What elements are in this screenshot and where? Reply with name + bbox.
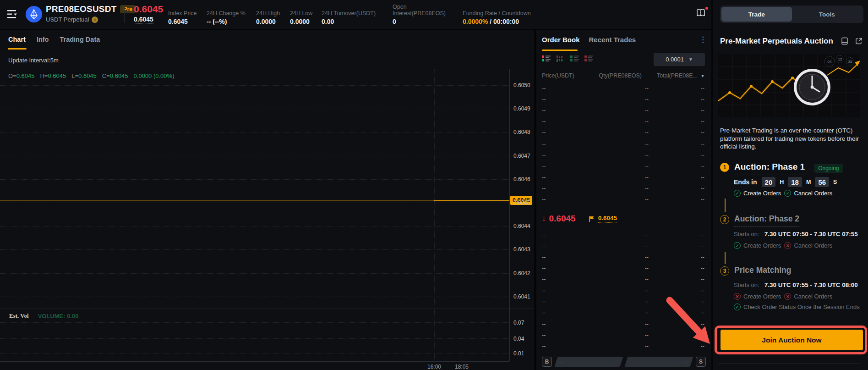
view-bars-icon[interactable] — [556, 55, 565, 62]
bid-row[interactable]: ------ — [536, 318, 711, 329]
info-icon[interactable]: i — [92, 17, 98, 23]
phase-2-title[interactable]: Auction: Phase 2 — [734, 214, 799, 227]
gridline — [0, 273, 509, 274]
header-stat: 24H Low0.0000 — [290, 4, 312, 25]
ask-row[interactable]: ------ — [536, 183, 711, 194]
phase-3-title[interactable]: Price Matching — [734, 265, 791, 278]
bid-row[interactable]: ------ — [536, 341, 711, 352]
join-auction-button[interactable]: Join Auction Now — [721, 330, 863, 350]
more-options-icon[interactable]: ⋮ — [699, 35, 707, 44]
phase-2-permissions: Create Orders Cancel Orders — [734, 242, 832, 249]
phase-1-countdown: Ends in 20 H 18 M 56 S — [734, 177, 838, 187]
price-line-current — [434, 200, 509, 201]
phase-2-number: 2 — [720, 215, 729, 224]
chevron-down-icon[interactable]: ▼ — [698, 73, 705, 78]
price-chart[interactable]: 0.6045 Est. Vol VOLUME: 0.00 0.60500.604… — [0, 30, 534, 370]
ask-row[interactable]: ------ — [536, 127, 711, 138]
bid-row[interactable]: ------ — [536, 240, 711, 251]
tab-trade[interactable]: Trade — [721, 7, 792, 22]
view-bids-only-icon[interactable] — [570, 55, 579, 62]
clock-graphic — [795, 70, 829, 104]
gridline — [0, 226, 509, 226]
tab-recent-trades[interactable]: Recent Trades — [589, 36, 636, 44]
phase-3-status-note: Check Order Status Once the Session Ends — [734, 304, 860, 310]
notification-dot — [705, 7, 708, 10]
check-icon — [734, 190, 741, 197]
symbol-title[interactable]: PRE08EOSUSDT — [46, 4, 116, 14]
bid-row[interactable]: ------ — [536, 330, 711, 341]
orderbook-view-switch — [542, 55, 593, 62]
last-price: 0.6045 — [134, 4, 163, 14]
ask-row[interactable]: ------ — [536, 171, 711, 182]
bid-row[interactable]: ------ — [536, 229, 711, 240]
orderbook-last-price: 0.6045 — [549, 214, 576, 224]
active-tab-underline — [542, 50, 578, 51]
document-icon[interactable] — [841, 37, 848, 45]
ask-row[interactable]: ------ — [536, 105, 711, 116]
tick-size-dropdown[interactable]: 0.0001 ▼ — [654, 53, 705, 66]
symbol-block[interactable]: PRE08EOSUSDT Pre USDT Perpetual i — [46, 4, 136, 23]
volume-pane-divider — [0, 309, 534, 309]
last-traded-price-row: ↓ 0.6045 0.6045 — [536, 210, 711, 227]
volume-axis-tick: 0.07 — [513, 320, 524, 326]
ask-row[interactable]: ------ — [536, 194, 711, 205]
ask-row[interactable]: ------ — [536, 160, 711, 171]
phase-connector — [725, 252, 726, 264]
tab-tools[interactable]: Tools — [792, 7, 863, 22]
phase-1-header: 1 Auction: Phase 1 Ongoing — [720, 162, 843, 175]
col-qty: Qty(PRE08EOS) — [597, 72, 642, 79]
ask-row[interactable]: ------ — [536, 94, 711, 105]
check-icon — [784, 190, 791, 197]
ask-row[interactable]: ------ — [536, 116, 711, 127]
phase-3-header: 3 Price Matching — [720, 265, 791, 278]
asks-list: ----------------------------------------… — [536, 83, 711, 205]
phase-1-title[interactable]: Auction: Phase 1 — [734, 162, 805, 175]
sell-badge: S — [696, 357, 706, 367]
y-axis-tick: 0.6049 — [513, 105, 530, 112]
view-both-icon[interactable] — [542, 55, 551, 62]
chart-panel: Chart Info Trading Data Update Interval:… — [0, 30, 534, 370]
menu-icon[interactable] — [7, 10, 18, 19]
gridline — [0, 322, 509, 323]
external-link-icon[interactable] — [855, 37, 863, 45]
y-axis-tick: 0.6041 — [513, 293, 530, 300]
auction-title: Pre-Market Perpetuals Auction — [720, 37, 833, 46]
orderbook-tabs: Order Book Recent Trades — [542, 36, 636, 44]
auction-panel: Trade Tools Pre-Market Perpetuals Auctio… — [713, 0, 868, 370]
time-axis-border — [0, 361, 509, 362]
gridline — [0, 297, 509, 297]
phase-connector — [725, 199, 726, 212]
bid-row[interactable]: ------ — [536, 274, 711, 285]
svg-text:04: 04 — [828, 60, 832, 64]
y-axis-tick: 0.6050 — [513, 82, 530, 88]
view-asks-only-icon[interactable] — [584, 55, 593, 62]
buy-badge: B — [542, 357, 552, 367]
bid-row[interactable]: ------ — [536, 285, 711, 296]
gridline — [434, 69, 435, 361]
bid-row[interactable]: ------ — [536, 263, 711, 274]
ask-row[interactable]: ------ — [536, 149, 711, 160]
divider — [718, 364, 860, 364]
mark-price[interactable]: 0.6045 — [134, 16, 153, 24]
volume-value: VOLUME: 0.00 — [38, 313, 79, 320]
header-stat: 24H Change %-- (--%) — [207, 4, 246, 25]
bid-row[interactable]: ------ — [536, 296, 711, 307]
tab-order-book[interactable]: Order Book — [542, 36, 580, 44]
cross-icon — [784, 293, 791, 300]
panel-mode-switch: Trade Tools — [720, 6, 863, 23]
y-axis-tick: 0.6045 — [513, 199, 530, 206]
header-stat: Index Price0.6045 — [168, 4, 197, 25]
top-header: PRE08EOSUSDT Pre USDT Perpetual i 0.6045… — [0, 0, 711, 29]
col-total[interactable]: Total(PRE08E... — [642, 72, 698, 79]
header-stat: 24H Turnover(USDT)0.00 — [322, 4, 376, 25]
ongoing-badge: Ongoing — [814, 164, 842, 173]
guide-book-icon[interactable] — [696, 8, 708, 20]
bid-row[interactable]: ------ — [536, 307, 711, 318]
svg-text:12: 12 — [838, 57, 842, 61]
orderbook-mark-price[interactable]: 0.6045 — [598, 215, 617, 223]
bid-row[interactable]: ------ — [536, 252, 711, 263]
ask-row[interactable]: ------ — [536, 138, 711, 149]
check-icon — [734, 242, 741, 249]
ask-row[interactable]: ------ — [536, 83, 711, 94]
price-line-history — [0, 200, 434, 201]
